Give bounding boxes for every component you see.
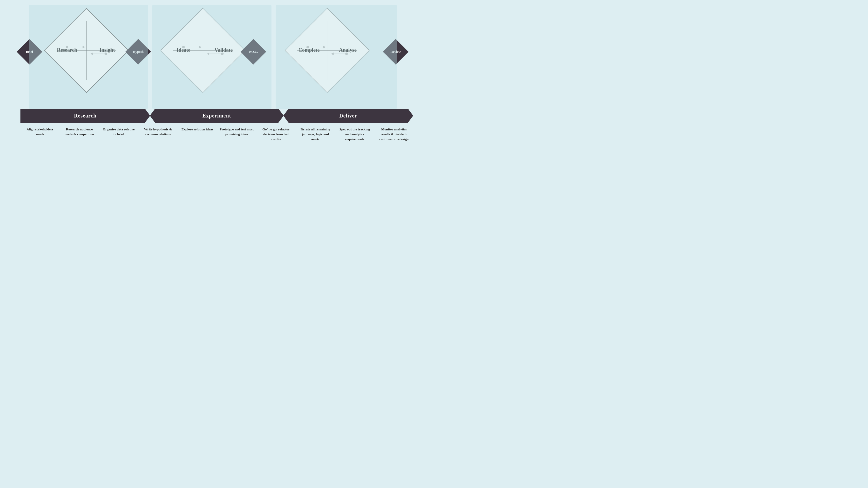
task-3-text: Organise data relative to brief [103,127,134,136]
experiment-phase-label: Experiment [203,113,231,119]
task-9-text: Spec out the tracking and analytics requ… [339,127,370,141]
research-phase-label: Research [74,113,96,119]
task-col-10: Monitor analytics results & decide to co… [374,127,414,142]
deliver-phase: Deliver [283,109,413,123]
research-phase: Research [21,109,150,123]
task-col-4: Write hypothesis & recommendations [138,127,178,142]
task-col-9: Spec out the tracking and analytics requ… [335,127,374,142]
task-4-text: Write hypothesis & recommendations [144,127,172,136]
task-col-6: Prototype and test most promising ideas [217,127,256,142]
task-col-3: Organise data relative to brief [99,127,138,142]
deliver-phase-label: Deliver [339,113,357,119]
task-col-5: Explore solution ideas [178,127,217,142]
task-col-7: Go/ no go/ refactor decision from test r… [256,127,296,142]
task-5-text: Explore solution ideas [181,127,213,131]
task-2-text: Research audience needs & competition [64,127,94,136]
diagram-area: Research Insight Ideate Validate [8,5,426,109]
phase-banner: Research Experiment Deliver [21,109,414,123]
main-container: Research Insight Ideate Validate [0,0,434,244]
task-10-text: Monitor analytics results & decide to co… [379,127,409,141]
task-col-8: Iterate all remaining journeys, logic an… [296,127,335,142]
task-7-text: Go/ no go/ refactor decision from test r… [262,127,289,141]
experiment-phase: Experiment [150,109,284,123]
task-8-text: Iterate all remaining journeys, logic an… [301,127,330,141]
task-6-text: Prototype and test most promising ideas [220,127,254,136]
task-1-text: Align stakeholders needs [27,127,54,136]
task-col-2: Research audience needs & competition [60,127,99,142]
task-col-1: Align stakeholders needs [21,127,60,142]
tasks-row: Align stakeholders needs Research audien… [21,127,414,142]
